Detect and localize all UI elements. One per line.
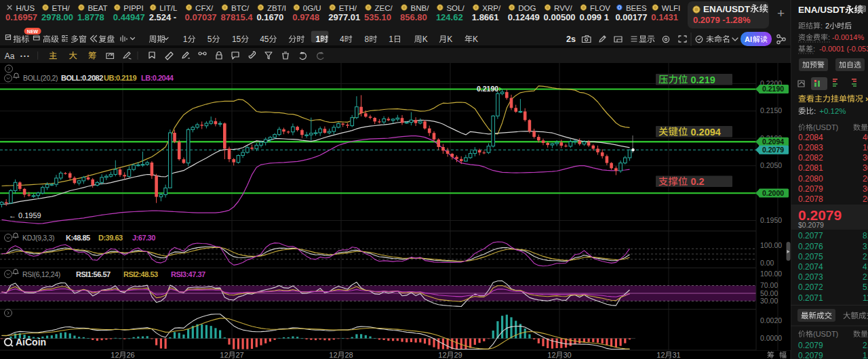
svg-text:535.10: 535.10 (364, 12, 391, 22)
svg-text:K:48.85: K:48.85 (66, 234, 90, 242)
svg-text:0.2094: 0.2094 (691, 127, 721, 138)
svg-text:10,382: 10,382 (863, 143, 868, 152)
svg-text:0.0020: 0.0020 (760, 316, 782, 324)
svg-text:K: K (447, 35, 452, 44)
svg-text:20,382: 20,382 (863, 194, 868, 204)
svg-text:0.00177: 0.00177 (615, 12, 647, 22)
svg-text:12: 12 (656, 351, 665, 359)
svg-text:0.2077: 0.2077 (798, 231, 823, 240)
svg-text:← 0.1959: ← 0.1959 (9, 211, 41, 219)
svg-text:87815.4: 87815.4 (221, 12, 254, 22)
svg-text:(USDT): (USDT) (813, 330, 838, 338)
svg-text:ZBT/I: ZBT/I (267, 4, 286, 12)
svg-text:ENA/USDT: ENA/USDT (798, 5, 846, 15)
svg-text:81,530: 81,530 (863, 231, 868, 240)
svg-text:BOLL:0.2082: BOLL:0.2082 (61, 74, 103, 82)
svg-text:1: 1 (316, 35, 321, 44)
svg-text:0.2084: 0.2084 (798, 133, 823, 142)
svg-text:45: 45 (260, 35, 269, 44)
svg-text:21,530: 21,530 (863, 252, 868, 261)
svg-text:0.2190: 0.2190 (762, 85, 784, 93)
svg-text:(USDT): (USDT) (813, 123, 838, 131)
svg-text:›: › (865, 93, 868, 104)
svg-text:DOG: DOG (518, 4, 536, 12)
svg-text:27: 27 (236, 351, 244, 359)
svg-text:30,382: 30,382 (863, 153, 868, 163)
svg-text:0.2076: 0.2076 (798, 242, 823, 251)
svg-text:CFX/: CFX/ (195, 4, 214, 12)
svg-text:1: 1 (183, 35, 188, 44)
svg-text:0.1431: 0.1431 (651, 12, 678, 22)
svg-text:ZEC/: ZEC/ (375, 4, 393, 12)
svg-text:BEES: BEES (626, 4, 647, 12)
svg-text::: : (813, 45, 815, 53)
svg-text:0.2083: 0.2083 (798, 143, 823, 152)
svg-text:12: 12 (111, 351, 119, 359)
svg-text:21,530: 21,530 (863, 272, 868, 282)
svg-text:XRP/: XRP/ (482, 4, 501, 12)
svg-text:0.219: 0.219 (691, 75, 715, 85)
svg-text:ETH/: ETH/ (52, 4, 71, 12)
svg-text:0.1670: 0.1670 (256, 12, 283, 22)
svg-text:0.2079: 0.2079 (798, 341, 823, 350)
svg-text:0.2190: 0.2190 (477, 85, 498, 93)
svg-text:0.2050: 0.2050 (760, 161, 782, 169)
svg-text:0.2000: 0.2000 (762, 189, 784, 197)
svg-text:100.00: 100.00 (760, 270, 782, 278)
svg-text:0.1950: 0.1950 (760, 216, 782, 224)
svg-text:0.0000: 0.0000 (760, 334, 782, 342)
svg-text:30: 30 (564, 351, 572, 359)
svg-text::: : (821, 22, 823, 30)
svg-text:31,530: 31,530 (863, 242, 868, 251)
svg-text:12: 12 (547, 351, 555, 359)
svg-text:50.00: 50.00 (760, 289, 778, 297)
svg-text:LIT/L: LIT/L (159, 4, 178, 12)
svg-text:1.8778: 1.8778 (77, 12, 104, 22)
svg-text:KDJ(9,3,3): KDJ(9,3,3) (22, 234, 54, 242)
svg-text:12: 12 (329, 351, 337, 359)
svg-text:-0.0001 (-0.053%: -0.0001 (-0.053% (819, 45, 868, 53)
svg-text:J:67.30: J:67.30 (132, 234, 155, 242)
svg-text:0.07037: 0.07037 (185, 12, 217, 22)
svg-text:11,530: 11,530 (863, 293, 868, 303)
svg-text:2,804: 2,804 (863, 341, 868, 350)
svg-text:0.12449: 0.12449 (508, 12, 540, 22)
svg-text:30,382: 30,382 (863, 184, 868, 194)
svg-text:30.00: 30.00 (760, 297, 778, 305)
svg-text:2977.01: 2977.01 (328, 12, 360, 22)
svg-text:RVV/: RVV/ (554, 4, 572, 12)
svg-text:28: 28 (345, 351, 353, 359)
svg-text:0.2082: 0.2082 (798, 153, 823, 163)
svg-text:• • •: • • • (20, 53, 29, 59)
svg-text:-0.0014%: -0.0014% (832, 33, 864, 41)
svg-text:124.62: 124.62 (436, 12, 463, 22)
svg-text:AiCoin: AiCoin (16, 337, 46, 347)
svg-text:26: 26 (127, 351, 135, 359)
svg-text:1.8661: 1.8661 (472, 12, 499, 22)
svg-text:0.2074: 0.2074 (798, 262, 823, 272)
svg-text:2s: 2s (566, 35, 576, 44)
svg-text:BOLL(20,2): BOLL(20,2) (23, 74, 58, 82)
svg-text:8: 8 (365, 35, 370, 44)
svg-text:0.2078: 0.2078 (798, 194, 823, 204)
svg-text:$0.2079: $0.2079 (798, 221, 824, 229)
svg-text:RSI(6,12,24): RSI(6,12,24) (22, 270, 60, 278)
svg-text:0.2150: 0.2150 (760, 106, 782, 114)
svg-text:1: 1 (389, 35, 393, 44)
svg-text:0.2079: 0.2079 (798, 351, 823, 359)
svg-text:0.2073: 0.2073 (798, 272, 823, 282)
svg-text:AI: AI (745, 35, 752, 43)
svg-text:FLOV: FLOV (590, 4, 610, 12)
svg-text:0G/U: 0G/U (303, 4, 321, 12)
svg-text:856.80: 856.80 (400, 12, 427, 22)
svg-text:RSI1:56.57: RSI1:56.57 (76, 270, 111, 278)
svg-text:0.2071: 0.2071 (798, 293, 823, 303)
svg-text:15: 15 (232, 35, 241, 44)
svg-text:LB:0.2044: LB:0.2044 (141, 74, 174, 82)
svg-text:20,382: 20,382 (863, 174, 868, 184)
svg-text::: : (814, 107, 816, 115)
svg-text:Aa: Aa (5, 51, 15, 61)
svg-text:PIPPI: PIPPI (123, 4, 143, 12)
svg-text:D:39.63: D:39.63 (98, 234, 123, 242)
svg-text:4: 4 (340, 35, 344, 44)
